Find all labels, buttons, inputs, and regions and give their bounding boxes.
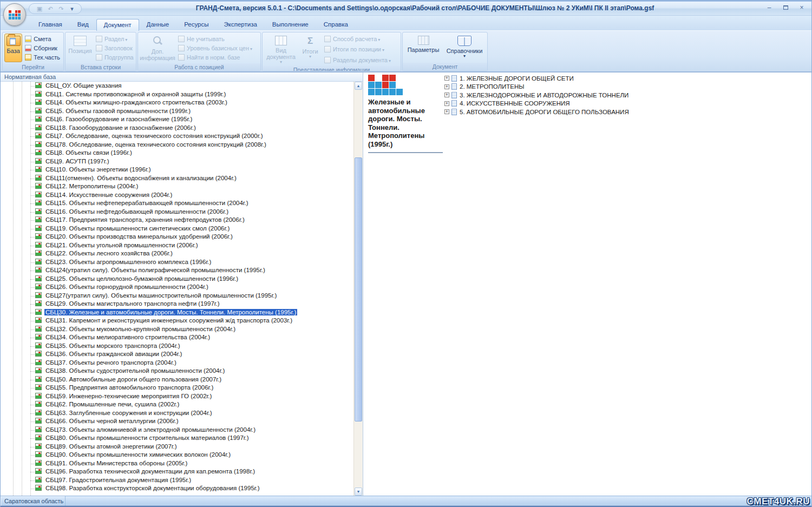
find-in-base-button[interactable]: Найти в норм. базе bbox=[176, 52, 254, 62]
base-tree-item[interactable]: СБЦ38. Объекты судостроительной промышле… bbox=[1, 367, 353, 376]
base-tree-item[interactable]: СБЦ16. Объекты нефтедобывающей промышлен… bbox=[1, 208, 353, 216]
base-tree-item[interactable]: СБЦ17. Предприятия транспорта, хранения … bbox=[1, 216, 353, 225]
expand-plus-icon[interactable] bbox=[444, 101, 449, 106]
base-tree-item[interactable]: СБЦ50. Автомобильные дороги общего польз… bbox=[1, 376, 353, 384]
expand-plus-icon[interactable] bbox=[444, 76, 449, 81]
base-tree-item[interactable]: СБЦ7. Обследование, оценка технического … bbox=[1, 132, 353, 141]
restore-button[interactable] bbox=[780, 4, 791, 12]
base-tree-item[interactable]: СБЦ37. Объекты речного транспорта (2004г… bbox=[1, 359, 353, 367]
base-tree-item[interactable]: СБЦ11(отменен). Объекты водоснабжения и … bbox=[1, 174, 353, 183]
expand-plus-icon[interactable] bbox=[444, 93, 449, 97]
base-tree-item[interactable]: СБЦ66. Объекты черной металлургии (2006г… bbox=[1, 417, 353, 426]
base-tree-item[interactable]: СБЦ27(утратил силу). Объекты машинострои… bbox=[1, 292, 353, 300]
base-tree-item[interactable]: СБЦ23. Объекты агропромышленного комплек… bbox=[1, 258, 353, 267]
base-tree-item[interactable]: СБЦ10. Объекты энергетики (1996г.) bbox=[1, 166, 353, 174]
base-tree-item[interactable]: СБЦ6. Газооборудование и газоснабжение (… bbox=[1, 115, 353, 124]
tree-scrollbar[interactable]: ▲ ▼ bbox=[353, 82, 363, 496]
base-tree-item[interactable]: СБЦ89. Объекты атомной энергетики (2007г… bbox=[1, 443, 353, 451]
tech-part-button[interactable]: Тех.часть bbox=[23, 52, 62, 62]
tab-Экспертиза[interactable]: Экспертиза bbox=[217, 18, 265, 30]
base-tree-item[interactable]: СБЦ36. Объекты гражданской авиации (2004… bbox=[1, 350, 353, 359]
handbooks-button[interactable]: Справочники bbox=[443, 34, 486, 62]
section-tree-item[interactable]: 4. ИСКУССТВЕННЫЕ СООРУЖЕНИЯ bbox=[444, 100, 629, 108]
sigma-icon: Σ bbox=[305, 36, 316, 47]
expand-plus-icon[interactable] bbox=[444, 84, 449, 89]
base-tree-item[interactable]: СБЦ35. Объекты морского транспорта (2004… bbox=[1, 342, 353, 351]
base-tree-item[interactable]: СБЦ80. Объекты промышленности строительн… bbox=[1, 434, 353, 443]
smeta-button[interactable]: Смета bbox=[23, 34, 62, 43]
base-tree-item[interactable]: СБЦ34. Объекты мелиоративного строительс… bbox=[1, 333, 353, 342]
subgroup-button[interactable]: Подгруппа bbox=[94, 52, 135, 62]
base-tree-item[interactable]: СБЦ12. Метрополитены (2004г.) bbox=[1, 182, 353, 191]
base-tree-item[interactable]: СБЦ62. Промышленные печи, сушила (2002г.… bbox=[1, 400, 353, 409]
base-tree-item[interactable]: СБЦ78. Обследование, оценка технического… bbox=[1, 141, 353, 149]
undo-icon[interactable]: ↶ bbox=[45, 5, 55, 12]
base-tree-item[interactable]: СБЦ59. Инженерно-технические мероприятия… bbox=[1, 392, 353, 401]
base-tree-item[interactable]: СБЦ90. Объекты промышленности химических… bbox=[1, 451, 353, 459]
base-tree-item[interactable]: СБЦ4. Объекты жилищно-гражданского строи… bbox=[1, 98, 353, 107]
base-tree-item[interactable]: СБЦ21. Объекты угольной промышленности (… bbox=[1, 241, 353, 250]
scroll-down-icon[interactable]: ▼ bbox=[355, 488, 362, 496]
sbornik-button[interactable]: Сборник bbox=[23, 43, 62, 52]
base-button[interactable]: База bbox=[4, 34, 22, 62]
doc-view-button[interactable]: Вид документа bbox=[264, 34, 298, 65]
collection-book-icon bbox=[35, 99, 42, 105]
base-tree-item[interactable]: СБЦ8. Объекты связи (1996г.) bbox=[1, 149, 353, 157]
base-tree-item[interactable]: СБЦ63. Заглубленные сооружения и констру… bbox=[1, 409, 353, 418]
doc-sections-button[interactable]: Разделы документа bbox=[323, 55, 392, 64]
scroll-up-icon[interactable]: ▲ bbox=[355, 82, 362, 90]
totals-button[interactable]: Σ Итоги bbox=[299, 34, 322, 65]
base-tree-item[interactable]: СБЦ97. Градостроительная документация (1… bbox=[1, 476, 353, 485]
base-tree-item[interactable]: СБЦ32. Объекты мукомольно-крупяной промы… bbox=[1, 325, 353, 334]
tab-Данные[interactable]: Данные bbox=[139, 18, 177, 30]
base-tree-item[interactable]: СБЦ5. Объекты газовой промышленности (19… bbox=[1, 107, 353, 116]
base-tree-item[interactable]: СБЦ18. Газооборудование и газоснабжение … bbox=[1, 124, 353, 133]
base-tree-item[interactable]: СБЦ26. Объекты горнорудной промышленност… bbox=[1, 283, 353, 292]
section-tree-item[interactable]: 5. АВТОМОБИЛЬНЫЕ ДОРОГИ ОБЩЕГО ПОЛЬЗОВАН… bbox=[444, 108, 629, 116]
base-tree-item[interactable]: СБЦ55. Предприятия автомобильного трансп… bbox=[1, 384, 353, 392]
calc-method-button[interactable]: Способ расчета bbox=[323, 34, 392, 43]
position-button[interactable]: Позиция bbox=[67, 34, 93, 62]
redo-icon[interactable]: ↷ bbox=[56, 5, 66, 12]
customize-quick-access-icon[interactable]: ▾ bbox=[67, 5, 77, 12]
section-tree-item[interactable]: 1. ЖЕЛЕЗНЫЕ ДОРОГИ ОБЩЕЙ СЕТИ bbox=[444, 74, 629, 83]
totals-by-item-button[interactable]: Итоги по позиции bbox=[323, 45, 392, 54]
base-tree-item[interactable]: СБЦ31. Капремонт и реконструкция инженер… bbox=[1, 317, 353, 325]
base-tree-item[interactable]: СБЦ15. Объекты нефтеперерабатывающей про… bbox=[1, 199, 353, 208]
base-tree-item[interactable]: СБЦ73. Объекты алюминиевой и электродной… bbox=[1, 426, 353, 434]
base-tree-item[interactable]: СБЦ_ОУ. Общие указания bbox=[1, 82, 353, 90]
base-tree-item[interactable]: СБЦ20. Объекты производства минеральных … bbox=[1, 233, 353, 241]
base-tree-item[interactable]: СБЦ1. Системы противопожарной и охранной… bbox=[1, 90, 353, 99]
base-tree-item[interactable]: СБЦ29. Объекты магистрального транспорта… bbox=[1, 300, 353, 308]
heading-button[interactable]: Заголовок bbox=[94, 43, 135, 52]
tab-Выполнение[interactable]: Выполнение bbox=[265, 18, 316, 30]
tab-Вид[interactable]: Вид bbox=[70, 18, 96, 30]
app-menu-button[interactable] bbox=[3, 3, 26, 26]
scrollbar-thumb[interactable] bbox=[355, 157, 362, 422]
tab-Документ[interactable]: Документ bbox=[96, 19, 139, 31]
tab-Справка[interactable]: Справка bbox=[316, 18, 356, 30]
base-tree-item[interactable]: СБЦ14. Искусственные сооружения (2004г.) bbox=[1, 191, 353, 200]
base-price-level-button[interactable]: Уровень базисных цен bbox=[176, 43, 254, 52]
save-icon[interactable]: ▣ bbox=[35, 5, 44, 12]
section-tree-item[interactable]: 2. МЕТРОПОЛИТЕНЫ bbox=[444, 83, 629, 91]
base-tree-item[interactable]: СБЦ9. АСУТП (1997г.) bbox=[1, 157, 353, 166]
base-tree-item[interactable]: СБЦ25. Объекты целлюлозно-бумажной промы… bbox=[1, 275, 353, 284]
minimize-button[interactable]: – bbox=[764, 4, 775, 12]
expand-plus-icon[interactable] bbox=[444, 109, 449, 114]
parameters-button[interactable]: Параметры bbox=[404, 34, 442, 62]
base-tree-item[interactable]: СБЦ19. Объекты промышленности синтетичес… bbox=[1, 225, 353, 233]
section-button[interactable]: Раздел bbox=[94, 34, 135, 43]
base-tree-item[interactable]: СБЦ30. Железные и автомобильные дороги. … bbox=[1, 308, 353, 317]
base-tree-item[interactable]: СБЦ22. Объекты лесного хозяйства (2006г.… bbox=[1, 249, 353, 258]
base-tree-item[interactable]: СБЦ24(утратил силу). Объекты полиграфиче… bbox=[1, 266, 353, 275]
ignore-button[interactable]: Не учитывать bbox=[176, 34, 254, 43]
tab-Главная[interactable]: Главная bbox=[31, 18, 70, 30]
extra-info-button[interactable]: Доп. информация bbox=[140, 34, 175, 62]
section-tree-item[interactable]: 3. ЖЕЛЕЗНОДОРОЖНЫЕ И АВТОДОРОЖНЫЕ ТОННЕЛ… bbox=[444, 91, 629, 100]
close-button[interactable]: × bbox=[796, 4, 807, 12]
base-tree-item[interactable]: СБЦ96. Разработка технической документац… bbox=[1, 468, 353, 476]
base-tree-item[interactable]: СБЦ91. Объекты Министерства обороны (200… bbox=[1, 459, 353, 468]
base-tree-item[interactable]: СБЦ98. Разработка конструкторской докуме… bbox=[1, 484, 353, 493]
tab-Ресурсы[interactable]: Ресурсы bbox=[176, 18, 216, 30]
